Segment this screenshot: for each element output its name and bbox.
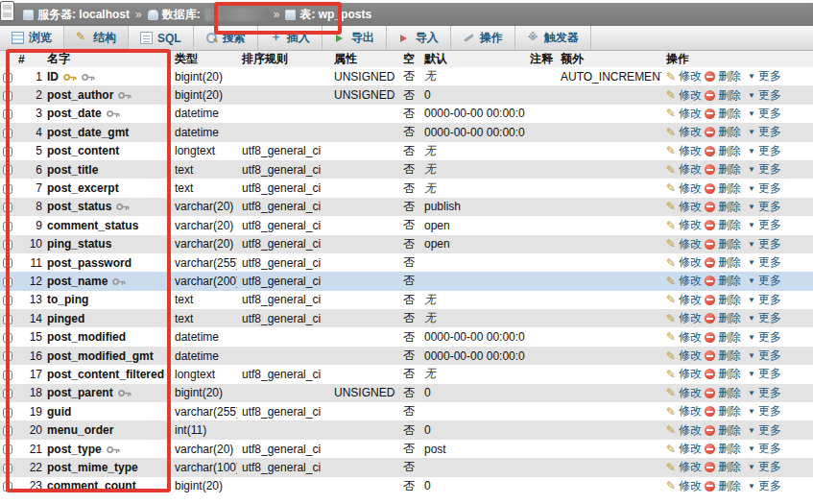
drop-link[interactable]: 删除 bbox=[718, 422, 741, 439]
tab-import[interactable]: 导入 bbox=[387, 26, 451, 50]
chevron-down-icon[interactable]: ▼ bbox=[748, 314, 755, 323]
more-link[interactable]: 更多 bbox=[758, 403, 781, 420]
tab-browse[interactable]: 浏览 bbox=[0, 26, 64, 50]
tab-triggers[interactable]: 触发器 bbox=[515, 26, 591, 50]
change-link[interactable]: 修改 bbox=[679, 143, 702, 159]
drop-link[interactable]: 删除 bbox=[718, 310, 741, 326]
more-link[interactable]: 更多 bbox=[758, 310, 781, 326]
tab-search[interactable]: 搜索 bbox=[194, 26, 258, 50]
more-link[interactable]: 更多 bbox=[758, 459, 781, 475]
more-link[interactable]: 更多 bbox=[758, 106, 781, 122]
row-checkbox[interactable] bbox=[3, 109, 12, 119]
drop-link[interactable]: 删除 bbox=[718, 254, 741, 271]
change-link[interactable]: 修改 bbox=[679, 310, 702, 326]
drop-link[interactable]: 删除 bbox=[718, 180, 741, 197]
row-checkbox[interactable] bbox=[3, 333, 12, 343]
chevron-down-icon[interactable]: ▼ bbox=[748, 221, 755, 229]
drop-link[interactable]: 删除 bbox=[718, 236, 741, 252]
drop-link[interactable]: 删除 bbox=[718, 348, 741, 364]
row-checkbox[interactable] bbox=[3, 296, 12, 305]
row-checkbox[interactable] bbox=[3, 240, 12, 250]
more-link[interactable]: 更多 bbox=[758, 199, 781, 215]
change-link[interactable]: 修改 bbox=[679, 403, 702, 420]
more-link[interactable]: 更多 bbox=[758, 217, 781, 233]
chevron-down-icon[interactable]: ▼ bbox=[748, 389, 755, 397]
drop-link[interactable]: 删除 bbox=[718, 459, 741, 475]
change-link[interactable]: 修改 bbox=[679, 124, 702, 140]
drop-link[interactable]: 删除 bbox=[718, 385, 741, 401]
row-checkbox[interactable] bbox=[3, 184, 12, 194]
row-checkbox[interactable] bbox=[3, 91, 12, 101]
drop-link[interactable]: 删除 bbox=[718, 273, 741, 289]
more-link[interactable]: 更多 bbox=[758, 143, 781, 159]
change-link[interactable]: 修改 bbox=[679, 441, 702, 457]
tab-insert[interactable]: 插入 bbox=[258, 26, 323, 50]
drop-link[interactable]: 删除 bbox=[718, 441, 741, 457]
chevron-down-icon[interactable]: ▼ bbox=[748, 333, 755, 342]
drop-link[interactable]: 删除 bbox=[718, 199, 741, 215]
more-link[interactable]: 更多 bbox=[758, 478, 781, 494]
row-checkbox[interactable] bbox=[3, 203, 12, 212]
drop-link[interactable]: 删除 bbox=[718, 403, 741, 420]
chevron-down-icon[interactable]: ▼ bbox=[748, 128, 755, 136]
change-link[interactable]: 修改 bbox=[679, 273, 702, 289]
chevron-down-icon[interactable]: ▼ bbox=[748, 444, 755, 453]
change-link[interactable]: 修改 bbox=[679, 180, 702, 197]
more-link[interactable]: 更多 bbox=[758, 161, 781, 178]
change-link[interactable]: 修改 bbox=[679, 348, 702, 364]
chevron-down-icon[interactable]: ▼ bbox=[748, 296, 755, 304]
row-checkbox[interactable] bbox=[3, 426, 12, 436]
drop-link[interactable]: 删除 bbox=[718, 161, 741, 178]
row-checkbox[interactable] bbox=[3, 258, 12, 268]
row-checkbox[interactable] bbox=[3, 351, 12, 361]
change-link[interactable]: 修改 bbox=[679, 199, 702, 215]
change-link[interactable]: 修改 bbox=[679, 68, 702, 84]
more-link[interactable]: 更多 bbox=[758, 329, 781, 346]
more-link[interactable]: 更多 bbox=[758, 348, 781, 364]
change-link[interactable]: 修改 bbox=[679, 385, 702, 401]
more-link[interactable]: 更多 bbox=[758, 68, 781, 84]
change-link[interactable]: 修改 bbox=[679, 254, 702, 271]
row-checkbox[interactable] bbox=[3, 147, 12, 156]
chevron-down-icon[interactable]: ▼ bbox=[748, 109, 755, 118]
chevron-down-icon[interactable]: ▼ bbox=[748, 426, 755, 435]
more-link[interactable]: 更多 bbox=[758, 385, 781, 401]
chevron-down-icon[interactable]: ▼ bbox=[748, 407, 755, 416]
change-link[interactable]: 修改 bbox=[679, 217, 702, 233]
chevron-down-icon[interactable]: ▼ bbox=[748, 72, 755, 81]
row-checkbox[interactable] bbox=[3, 371, 12, 380]
row-checkbox[interactable] bbox=[3, 444, 12, 454]
chevron-down-icon[interactable]: ▼ bbox=[748, 258, 755, 267]
drop-link[interactable]: 删除 bbox=[718, 87, 741, 104]
row-checkbox[interactable] bbox=[3, 222, 12, 231]
row-checkbox[interactable] bbox=[3, 165, 12, 175]
drop-link[interactable]: 删除 bbox=[718, 124, 741, 140]
breadcrumb-server[interactable]: 服务器: localhost bbox=[23, 7, 130, 23]
change-link[interactable]: 修改 bbox=[679, 329, 702, 346]
drop-link[interactable]: 删除 bbox=[718, 292, 741, 308]
row-checkbox[interactable] bbox=[3, 464, 12, 473]
breadcrumb-database[interactable]: 数据库: bbox=[148, 7, 268, 23]
chevron-down-icon[interactable]: ▼ bbox=[748, 276, 755, 285]
breadcrumb-table[interactable]: 表: wp_posts bbox=[285, 7, 371, 23]
change-link[interactable]: 修改 bbox=[679, 459, 702, 475]
chevron-down-icon[interactable]: ▼ bbox=[748, 482, 755, 491]
tab-structure[interactable]: 结构 bbox=[64, 26, 129, 50]
more-link[interactable]: 更多 bbox=[758, 236, 781, 252]
drop-link[interactable]: 删除 bbox=[718, 366, 741, 382]
row-checkbox[interactable] bbox=[3, 73, 12, 83]
row-checkbox[interactable] bbox=[3, 482, 12, 492]
drop-link[interactable]: 删除 bbox=[718, 68, 741, 84]
row-checkbox[interactable] bbox=[3, 315, 12, 324]
chevron-down-icon[interactable]: ▼ bbox=[748, 91, 755, 100]
more-link[interactable]: 更多 bbox=[758, 441, 781, 457]
change-link[interactable]: 修改 bbox=[679, 422, 702, 439]
change-link[interactable]: 修改 bbox=[679, 366, 702, 382]
more-link[interactable]: 更多 bbox=[758, 292, 781, 308]
row-checkbox[interactable] bbox=[3, 129, 12, 138]
drop-link[interactable]: 删除 bbox=[718, 217, 741, 233]
chevron-down-icon[interactable]: ▼ bbox=[748, 370, 755, 378]
row-checkbox[interactable] bbox=[3, 408, 12, 418]
chevron-down-icon[interactable]: ▼ bbox=[748, 240, 755, 249]
change-link[interactable]: 修改 bbox=[679, 106, 702, 122]
